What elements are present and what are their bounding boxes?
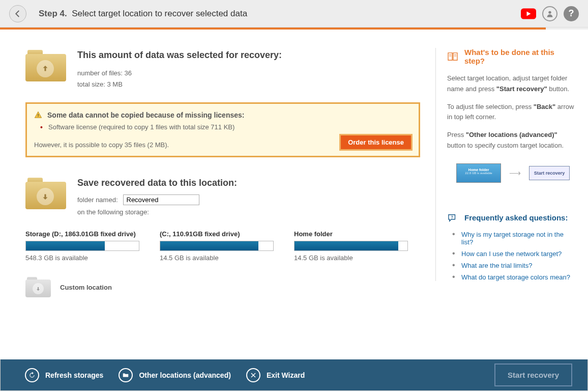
storage-name: Storage (D:, 1863.01GB fixed drive) [25,230,139,238]
book-icon [447,52,458,61]
step-description: Select target location to recover select… [72,9,247,18]
custom-location-label: Custom location [60,284,112,291]
faq-item: What do target storage colors mean? [452,273,577,281]
storage-bar [160,241,274,251]
order-license-button[interactable]: Order this license [339,134,413,151]
faq-item: What are the trial limits? [452,262,577,269]
step-title: Step 4. Select target location to recove… [39,9,247,19]
youtube-icon[interactable] [521,6,536,21]
illustration-start-button: Start recovery [529,166,570,180]
back-button[interactable] [9,5,26,22]
user-account-icon[interactable] [542,6,557,21]
storage-available: 14.5 GB is available [294,254,408,262]
help-icon[interactable]: ? [564,6,579,21]
warning-icon: ! [34,111,42,119]
arrow-left-icon [13,9,22,18]
folder-name-label: folder named: [77,196,118,204]
summary-size: total size: 3 MB [77,79,282,90]
storage-bar [294,241,408,251]
folder-icon [122,372,129,379]
start-recovery-button[interactable]: Start recovery [494,363,572,386]
save-subtitle: on the following storage: [77,208,420,216]
header-bar: Step 4. Select target location to recove… [0,0,588,27]
storage-option[interactable]: Home folder 14.5 GB is available [294,230,408,262]
faq-link[interactable]: What do target storage colors mean? [461,273,570,281]
svg-text:?: ? [451,215,453,219]
side-paragraph-2: To adjust file selection, press "Back" a… [447,102,577,123]
folder-gray-icon [25,277,51,297]
faq-heading: ? Frequently asked questions: [447,213,577,222]
step-number: Step 4. [39,9,67,18]
storage-bar [25,241,139,251]
faq-item: Why is my target storage not in the list… [452,231,577,246]
folder-upload-icon [25,50,66,81]
side-paragraph-3: Press "Other locations (advanced)" butto… [447,130,577,151]
arrow-right-icon: ⟶ [509,168,521,178]
save-title: Save recovered data to this location: [77,178,420,188]
side-paragraph-1: Select target location, adjust target fo… [447,73,577,95]
faq-link[interactable]: Why is my target storage not in the list… [461,231,564,246]
warning-item: Software license (required to copy 1 fil… [48,123,409,131]
other-locations-button[interactable]: Other locations (advanced) [119,368,230,382]
refresh-icon [28,372,36,379]
summary-files: number of files: 36 [77,68,282,79]
svg-text:!: ! [38,114,39,118]
storage-available: 14.5 GB is available [160,254,274,262]
storage-name: Home folder [294,230,408,238]
whats-done-heading: What's to be done at this step? [447,48,577,65]
faq-link[interactable]: What are the trial limits? [461,262,532,269]
folder-download-icon [25,178,66,209]
exit-wizard-button[interactable]: Exit Wizard [246,368,305,382]
faq-link[interactable]: How can I use the network target? [461,250,562,258]
warning-title: Some data cannot be copied because of mi… [47,111,244,119]
footer-bar: Refresh storages Other locations (advanc… [0,359,588,391]
custom-location-button[interactable]: Custom location [25,277,420,297]
illustration-thumb: Home folder22.8 GB is available [456,163,501,183]
refresh-storages-button[interactable]: Refresh storages [25,368,103,382]
storage-option[interactable]: (C:, 110.91GB fixed drive) 14.5 GB is av… [160,230,274,262]
storage-available: 548.3 GB is available [25,254,139,262]
faq-icon: ? [447,213,458,222]
storage-name: (C:, 110.91GB fixed drive) [160,230,274,238]
warning-box: ! Some data cannot be copied because of … [25,102,420,157]
side-illustration: Home folder22.8 GB is available ⟶ Start … [456,163,577,183]
storage-option[interactable]: Storage (D:, 1863.01GB fixed drive) 548.… [25,230,139,262]
faq-item: How can I use the network target? [452,250,577,258]
close-icon [250,372,257,379]
folder-name-input[interactable] [123,194,199,205]
svg-point-1 [548,11,551,13]
summary-title: This amount of data was selected for rec… [77,50,282,61]
